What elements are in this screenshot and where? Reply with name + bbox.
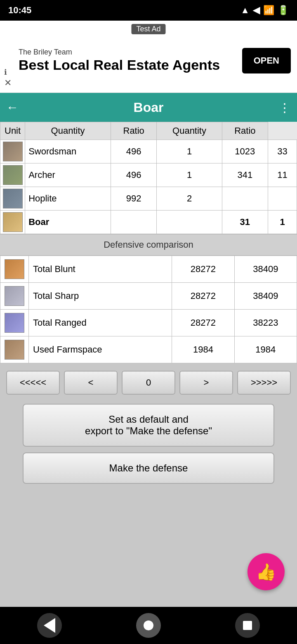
ad-info-icon: ℹ bbox=[4, 68, 7, 77]
unit-qty2 bbox=[222, 187, 268, 211]
def-row: Used Farmspace19841984 bbox=[0, 336, 297, 363]
nav-prev-button[interactable]: < bbox=[64, 371, 118, 395]
defensive-table-container: Total Blunt2827238409Total Sharp28272384… bbox=[0, 256, 297, 363]
col-ratio1: Ratio bbox=[111, 122, 157, 140]
def-row: Total Ranged2827238223 bbox=[0, 310, 297, 336]
back-nav-icon bbox=[44, 618, 55, 633]
unit-icon-cell bbox=[0, 140, 25, 163]
ad-banner: Test Ad ℹ ✕ The Briley Team Best Local R… bbox=[0, 21, 297, 93]
nav-buttons-row: <<<<< < 0 > >>>>> bbox=[0, 363, 297, 399]
units-table: Unit Quantity Ratio Quantity Ratio Sword… bbox=[0, 122, 297, 234]
app-header: ← Boar ⋮ bbox=[0, 93, 297, 122]
defensive-section-header: Defensive comparison bbox=[0, 234, 297, 256]
unit-ratio1: 1 bbox=[157, 163, 222, 187]
unit-qty1: 992 bbox=[111, 187, 157, 211]
unit-ratio2: 11 bbox=[268, 163, 297, 187]
unit-ratio2: 33 bbox=[268, 140, 297, 163]
unit-qty1 bbox=[111, 211, 157, 234]
def-value-1: 28272 bbox=[172, 283, 234, 310]
more-options-button[interactable]: ⋮ bbox=[278, 100, 291, 115]
def-value-2: 38409 bbox=[234, 256, 297, 283]
ad-content: The Briley Team Best Local Real Estate A… bbox=[19, 48, 220, 73]
def-value-1: 1984 bbox=[172, 336, 234, 363]
units-table-container: Unit Quantity Ratio Quantity Ratio Sword… bbox=[0, 122, 297, 234]
unit-qty2: 31 bbox=[222, 211, 268, 234]
home-nav-icon bbox=[144, 620, 153, 630]
def-label: Total Ranged bbox=[29, 310, 172, 336]
nav-first-button[interactable]: <<<<< bbox=[6, 371, 60, 395]
unit-ratio2: 1 bbox=[268, 211, 297, 234]
ad-label: Test Ad bbox=[131, 24, 165, 34]
unit-icon-cell bbox=[0, 163, 25, 187]
def-value-2: 38223 bbox=[234, 310, 297, 336]
def-row: Total Sharp2827238409 bbox=[0, 283, 297, 310]
unit-qty2: 1023 bbox=[222, 140, 268, 163]
def-value-2: 1984 bbox=[234, 336, 297, 363]
def-value-2: 38409 bbox=[234, 283, 297, 310]
def-label: Total Sharp bbox=[29, 283, 172, 310]
ad-title: Best Local Real Estate Agents bbox=[19, 57, 220, 73]
unit-ratio1: 1 bbox=[157, 140, 222, 163]
unit-name: Hoplite bbox=[25, 187, 111, 211]
ad-team: The Briley Team bbox=[19, 48, 220, 57]
nav-current-button: 0 bbox=[122, 371, 175, 395]
unit-ratio1 bbox=[157, 211, 222, 234]
unit-qty1: 496 bbox=[111, 163, 157, 187]
stop-nav-icon bbox=[243, 621, 252, 630]
col-qty1: Quantity bbox=[25, 122, 111, 140]
status-bar: 10:45 ▲ ◀ 📶 🔋 bbox=[0, 0, 297, 21]
col-ratio2: Ratio bbox=[222, 122, 268, 140]
nav-last-button[interactable]: >>>>> bbox=[237, 371, 291, 395]
col-unit: Unit bbox=[0, 122, 25, 140]
unit-qty2: 341 bbox=[222, 163, 268, 187]
def-value-1: 28272 bbox=[172, 310, 234, 336]
nav-next-button[interactable]: > bbox=[179, 371, 233, 395]
unit-icon-cell bbox=[0, 211, 25, 234]
set-default-label: Set as default and export to "Make the d… bbox=[85, 414, 212, 436]
unit-name: Swordsman bbox=[25, 140, 111, 163]
back-button[interactable]: ← bbox=[6, 100, 19, 114]
bottom-nav bbox=[0, 607, 297, 644]
defensive-table: Total Blunt2827238409Total Sharp28272384… bbox=[0, 256, 297, 363]
unit-qty1: 496 bbox=[111, 140, 157, 163]
nav-back-button[interactable] bbox=[37, 613, 62, 638]
set-default-button[interactable]: Set as default and export to "Make the d… bbox=[23, 404, 274, 447]
def-label: Total Blunt bbox=[29, 256, 172, 283]
def-icon-cell bbox=[0, 336, 29, 363]
page-title: Boar bbox=[134, 100, 164, 115]
make-defense-button[interactable]: Make the defense bbox=[23, 452, 274, 484]
def-row: Total Blunt2827238409 bbox=[0, 256, 297, 283]
fab-icon: 👍 bbox=[256, 562, 276, 582]
col-qty2: Quantity bbox=[157, 122, 222, 140]
status-time: 10:45 bbox=[8, 5, 31, 16]
nav-home-button[interactable] bbox=[136, 613, 161, 638]
ad-open-button[interactable]: OPEN bbox=[242, 48, 291, 73]
def-icon-cell bbox=[0, 283, 29, 310]
def-icon-cell bbox=[0, 310, 29, 336]
def-value-1: 28272 bbox=[172, 256, 234, 283]
make-defense-label: Make the defense bbox=[109, 462, 188, 474]
unit-name: Archer bbox=[25, 163, 111, 187]
unit-ratio2 bbox=[268, 187, 297, 211]
def-icon-cell bbox=[0, 256, 29, 283]
status-icons: ▲ ◀ 📶 🔋 bbox=[240, 5, 289, 16]
fab-button[interactable]: 👍 bbox=[248, 553, 285, 590]
ad-close-icon[interactable]: ✕ bbox=[4, 78, 12, 88]
unit-ratio1: 2 bbox=[157, 187, 222, 211]
def-label: Used Farmspace bbox=[29, 336, 172, 363]
nav-stop-button[interactable] bbox=[235, 613, 260, 638]
unit-name: Boar bbox=[25, 211, 111, 234]
unit-icon-cell bbox=[0, 187, 25, 211]
action-buttons-container: Set as default and export to "Make the d… bbox=[0, 399, 297, 489]
